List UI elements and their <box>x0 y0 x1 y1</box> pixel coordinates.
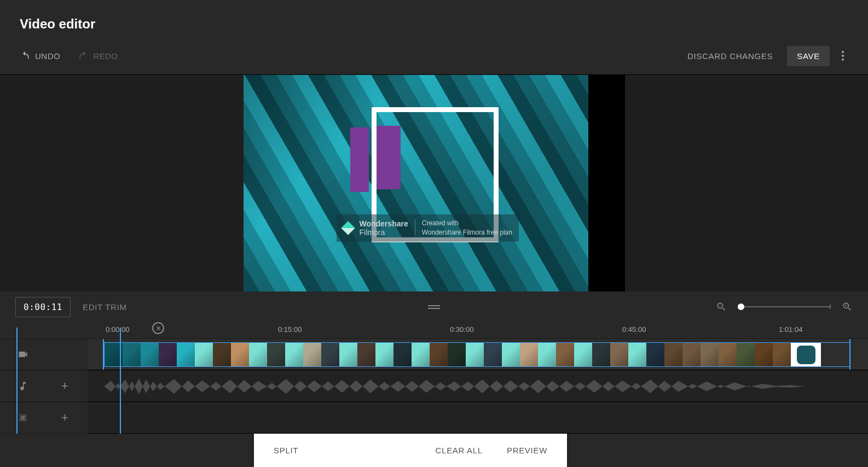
more-options-button[interactable] <box>837 46 848 65</box>
video-thumbnail <box>394 343 412 366</box>
filmora-logo-icon <box>341 221 355 235</box>
clear-all-button[interactable]: CLEAR ALL <box>436 446 483 455</box>
video-thumbnail <box>195 343 213 366</box>
video-thumbnail <box>375 343 394 366</box>
watermark-text: Created with <box>422 219 512 228</box>
watermark: Wondershare Filmora Created with Wonders… <box>337 214 519 242</box>
edit-trim-button[interactable]: EDIT TRIM <box>83 302 127 312</box>
zoom-slider[interactable] <box>738 306 831 307</box>
watermark-text: Wondershare <box>360 219 408 228</box>
video-thumbnail <box>502 343 520 366</box>
clear-split-button[interactable]: ✕ <box>152 322 164 334</box>
timeline-ruler[interactable]: ✕ 0:00:000:15:000:30:000:45:001:01:04 <box>0 322 868 338</box>
watermark-sub: Created with Wondershare Filmora free pl… <box>422 219 512 237</box>
video-thumbnail <box>231 343 249 366</box>
undo-label: UNDO <box>35 51 60 61</box>
video-end-thumbnail <box>791 343 821 366</box>
video-thumbnail <box>430 343 448 366</box>
video-track[interactable] <box>88 338 868 370</box>
ruler-mark: 0:00:00 <box>106 325 129 334</box>
undo-icon <box>20 50 31 61</box>
ruler-mark: 1:01:04 <box>779 325 802 334</box>
video-thumbnail <box>123 343 141 366</box>
undo-button[interactable]: UNDO <box>20 47 60 65</box>
video-thumbnail <box>448 343 466 366</box>
redo-label: REDO <box>93 51 118 61</box>
video-thumbnail <box>267 343 285 366</box>
video-preview[interactable]: Wondershare Filmora Created with Wonders… <box>244 75 625 291</box>
video-thumbnail <box>755 343 773 366</box>
playhead[interactable] <box>16 328 18 434</box>
video-thumbnail <box>682 343 701 366</box>
zoom-in-icon[interactable] <box>842 301 853 312</box>
video-thumbnail <box>646 343 664 366</box>
kebab-icon <box>842 51 844 53</box>
zoom-controls <box>716 301 853 312</box>
watermark-text: Filmora <box>360 228 408 237</box>
timeline: ✕ 0:00:000:15:000:30:000:45:001:01:04 + … <box>0 322 868 434</box>
video-thumbnail <box>339 343 357 366</box>
zoom-out-icon[interactable] <box>716 301 727 312</box>
audio-waveform[interactable] <box>104 374 805 399</box>
video-thumbnail <box>303 343 321 366</box>
preview-shape <box>350 127 369 192</box>
video-thumbnail <box>285 343 303 366</box>
video-thumbnail <box>520 343 538 366</box>
preview-area: Wondershare Filmora Created with Wonders… <box>0 75 868 291</box>
ruler-mark: 0:30:00 <box>450 325 473 334</box>
video-clip[interactable] <box>104 342 850 367</box>
video-thumbnail <box>664 343 682 366</box>
video-thumbnail <box>592 343 610 366</box>
clip-start-handle[interactable] <box>103 339 104 370</box>
redo-icon <box>78 50 89 61</box>
header: Video editor UNDO REDO DISCARD CHANGES S… <box>0 0 868 75</box>
effects-track[interactable] <box>88 402 868 434</box>
video-thumbnail <box>538 343 556 366</box>
preview-button[interactable]: PREVIEW <box>507 446 547 455</box>
panel-resize-handle[interactable] <box>423 300 445 314</box>
toolbar: UNDO REDO DISCARD CHANGES SAVE <box>20 43 848 69</box>
video-thumbnail <box>357 343 375 366</box>
video-thumbnail <box>484 343 502 366</box>
video-thumbnail <box>213 343 231 366</box>
controls-row: 0:00:11 EDIT TRIM <box>0 291 868 322</box>
tracks-area[interactable] <box>0 338 868 434</box>
video-thumbnail <box>610 343 628 366</box>
timecode-display[interactable]: 0:00:11 <box>15 297 71 317</box>
zoom-slider-knob[interactable] <box>738 303 744 310</box>
page-title: Video editor <box>20 0 848 43</box>
audio-track[interactable] <box>88 370 868 402</box>
video-thumbnail <box>556 343 574 366</box>
video-thumbnail <box>141 343 159 366</box>
video-thumbnail <box>719 343 737 366</box>
video-thumbnail <box>466 343 484 366</box>
split-toolbar: SPLIT CLEAR ALL PREVIEW <box>254 434 567 467</box>
split-button[interactable]: SPLIT <box>274 446 298 455</box>
video-thumbnail <box>574 343 592 366</box>
video-thumbnail <box>737 343 755 366</box>
video-thumbnail <box>628 343 646 366</box>
split-marker[interactable] <box>120 328 121 434</box>
save-button[interactable]: SAVE <box>787 46 830 66</box>
video-thumbnail <box>159 343 177 366</box>
redo-button[interactable]: REDO <box>78 47 118 65</box>
video-thumbnail <box>773 343 791 366</box>
video-thumbnail <box>321 343 339 366</box>
ruler-mark: 0:45:00 <box>622 325 646 334</box>
video-thumbnail <box>412 343 430 366</box>
video-thumbnail <box>701 343 719 366</box>
video-thumbnail <box>177 343 195 366</box>
ruler-mark: 0:15:00 <box>278 325 302 334</box>
watermark-brand: Wondershare Filmora <box>360 219 415 237</box>
watermark-text: Wondershare Filmora free plan <box>422 228 512 237</box>
video-thumbnail <box>249 343 267 366</box>
clip-end-handle[interactable] <box>849 339 850 370</box>
discard-button[interactable]: DISCARD CHANGES <box>680 47 780 65</box>
